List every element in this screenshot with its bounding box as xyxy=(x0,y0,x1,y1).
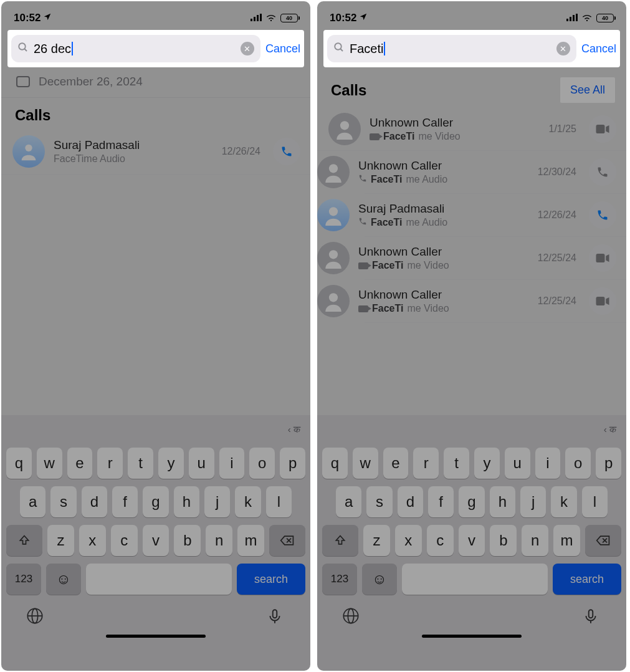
key-n[interactable]: n xyxy=(206,525,232,556)
date-suggestion-row[interactable]: December 26, 2024 xyxy=(1,69,310,98)
keyboard-hint[interactable]: ‹ क xyxy=(1,415,310,444)
call-action-phone[interactable] xyxy=(589,201,616,229)
emoji-key[interactable]: ☺ xyxy=(362,564,397,595)
key-v[interactable]: v xyxy=(143,525,169,556)
backspace-key[interactable] xyxy=(585,525,621,556)
clear-search-icon[interactable]: ✕ xyxy=(241,42,254,55)
call-action-video[interactable] xyxy=(589,115,616,143)
key-w[interactable]: w xyxy=(353,448,378,479)
key-t[interactable]: t xyxy=(444,448,469,479)
key-m[interactable]: m xyxy=(553,525,580,556)
key-m[interactable]: m xyxy=(237,525,264,556)
keyboard-hint[interactable]: ‹ क xyxy=(317,415,626,444)
key-b[interactable]: b xyxy=(490,525,517,556)
key-q[interactable]: q xyxy=(322,448,348,479)
shift-key[interactable] xyxy=(322,525,358,556)
key-u[interactable]: u xyxy=(189,448,214,479)
key-z[interactable]: z xyxy=(47,525,74,556)
search-input-container[interactable]: 26 dec ✕ xyxy=(11,35,260,62)
caller-name: Unknown Caller xyxy=(358,245,529,259)
key-i[interactable]: i xyxy=(219,448,245,479)
key-e[interactable]: e xyxy=(67,448,93,479)
key-g[interactable]: g xyxy=(143,486,168,517)
key-x[interactable]: x xyxy=(79,525,106,556)
key-j[interactable]: j xyxy=(520,486,546,517)
key-k[interactable]: k xyxy=(551,486,576,517)
key-x[interactable]: x xyxy=(395,525,422,556)
key-q[interactable]: q xyxy=(6,448,32,479)
key-u[interactable]: u xyxy=(505,448,530,479)
call-row[interactable]: Unknown CallerFaceTime Video1/1/25 xyxy=(317,108,626,151)
call-action-video[interactable] xyxy=(589,287,616,315)
key-w[interactable]: w xyxy=(37,448,62,479)
caller-subtitle: >FaceTime Audio xyxy=(358,217,529,228)
key-a[interactable]: a xyxy=(336,486,361,517)
key-d[interactable]: d xyxy=(82,486,107,517)
cancel-button[interactable]: Cancel xyxy=(581,42,616,55)
numbers-key[interactable]: 123 xyxy=(322,564,357,595)
svg-rect-21 xyxy=(596,125,605,133)
call-action-phone[interactable] xyxy=(273,138,300,165)
search-key[interactable]: search xyxy=(237,564,305,595)
cancel-button[interactable]: Cancel xyxy=(265,42,300,55)
key-o[interactable]: o xyxy=(565,448,591,479)
key-i[interactable]: i xyxy=(535,448,561,479)
home-indicator[interactable] xyxy=(106,635,206,638)
call-date: 1/1/25 xyxy=(549,123,576,135)
call-row[interactable]: Suraj Padmasali>FaceTime Audio12/26/24 xyxy=(365,194,626,237)
clear-search-icon[interactable]: ✕ xyxy=(556,42,570,55)
key-e[interactable]: e xyxy=(383,448,409,479)
see-all-button[interactable]: See All xyxy=(560,77,615,103)
search-input-container[interactable]: Faceti ✕ xyxy=(327,35,576,62)
key-c[interactable]: c xyxy=(111,525,138,556)
key-p[interactable]: p xyxy=(596,448,621,479)
video-icon xyxy=(358,305,368,312)
key-r[interactable]: r xyxy=(413,448,439,479)
key-r[interactable]: r xyxy=(97,448,123,479)
call-row[interactable]: Unknown Caller>FaceTime Audio12/30/24 xyxy=(365,151,626,194)
space-key[interactable] xyxy=(86,564,232,595)
call-row[interactable]: Unknown CallerFaceTime Video12/25/24 xyxy=(365,237,626,280)
shift-key[interactable] xyxy=(6,525,42,556)
key-y[interactable]: y xyxy=(158,448,184,479)
key-l[interactable]: l xyxy=(266,486,292,517)
key-z[interactable]: z xyxy=(363,525,390,556)
key-f[interactable]: f xyxy=(112,486,138,517)
key-f[interactable]: f xyxy=(428,486,454,517)
key-n[interactable]: n xyxy=(522,525,548,556)
call-action-phone[interactable] xyxy=(589,158,616,186)
numbers-key[interactable]: 123 xyxy=(6,564,41,595)
key-t[interactable]: t xyxy=(128,448,153,479)
home-indicator[interactable] xyxy=(422,635,522,638)
mic-icon[interactable] xyxy=(583,607,601,626)
search-key[interactable]: search xyxy=(553,564,621,595)
caller-name: Suraj Padmasali xyxy=(358,202,529,216)
key-b[interactable]: b xyxy=(174,525,201,556)
key-c[interactable]: c xyxy=(427,525,454,556)
key-h[interactable]: h xyxy=(490,486,515,517)
key-l[interactable]: l xyxy=(582,486,608,517)
key-v[interactable]: v xyxy=(459,525,485,556)
mic-icon[interactable] xyxy=(267,607,285,626)
emoji-key[interactable]: ☺ xyxy=(46,564,81,595)
key-s[interactable]: s xyxy=(366,486,392,517)
globe-icon[interactable] xyxy=(342,607,361,626)
call-action-video[interactable] xyxy=(589,244,616,272)
space-key[interactable] xyxy=(402,564,548,595)
call-row[interactable]: Suraj Padmasali FaceTime Audio 12/26/24 xyxy=(1,129,310,175)
key-s[interactable]: s xyxy=(50,486,76,517)
key-h[interactable]: h xyxy=(174,486,199,517)
key-g[interactable]: g xyxy=(459,486,484,517)
call-row[interactable]: Unknown CallerFaceTime Video12/25/24 xyxy=(365,280,626,323)
key-d[interactable]: d xyxy=(398,486,423,517)
backspace-key[interactable] xyxy=(269,525,305,556)
key-o[interactable]: o xyxy=(249,448,275,479)
search-input[interactable]: Faceti xyxy=(350,42,551,56)
key-k[interactable]: k xyxy=(235,486,260,517)
key-j[interactable]: j xyxy=(204,486,230,517)
key-a[interactable]: a xyxy=(20,486,45,517)
search-input[interactable]: 26 dec xyxy=(34,42,236,56)
globe-icon[interactable] xyxy=(26,607,45,626)
key-y[interactable]: y xyxy=(474,448,500,479)
key-p[interactable]: p xyxy=(280,448,305,479)
